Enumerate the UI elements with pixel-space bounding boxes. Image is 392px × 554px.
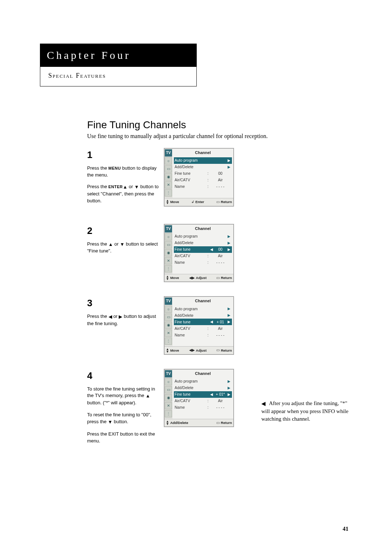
tv-menu-title: Channel [174, 149, 232, 157]
tv-tab-icon: ▭ [165, 314, 172, 321]
tv-menu-row: Fine tune:00 [174, 170, 232, 177]
tv-tab-icon: ◉ [165, 394, 172, 401]
tv-menu-row: Add/Delete▶ [174, 240, 232, 246]
tv-tab-icon: ✕ [165, 181, 172, 189]
tv-menu-title: Channel [174, 370, 232, 378]
tv-menu-footer: ▲▼Move◀▶Adjust▭Return [164, 346, 233, 354]
step-number: 4 [87, 369, 160, 383]
tv-menu-row: Air/CATV:Air [174, 253, 232, 259]
tv-tab-icon: ◉ [165, 173, 172, 181]
tv-menu-row: Auto program▶ [174, 306, 232, 312]
tv-menu-row: Name:- - - - [174, 183, 232, 190]
step-paragraph: Press the ◀ or ▶ button to adjust the fi… [87, 313, 160, 327]
tv-tab-icon: TV [165, 370, 172, 377]
tv-tab-icon: ▭ [165, 386, 172, 393]
tv-menu-row: Auto program▶ [174, 378, 232, 385]
tv-menu-row: Air/CATV:Air [174, 398, 232, 404]
step-paragraph: Press the MENU button to display the men… [87, 165, 160, 179]
tv-menu-footer: ▲▼Add/Delete▭Return [164, 419, 233, 427]
tv-tab-icon: ☼ [165, 233, 172, 240]
side-note: ◀ After you adjust the fine tuning, "*" … [261, 400, 352, 423]
manual-page: Chapter Four Special Features Fine Tunin… [0, 0, 392, 554]
section-title: Fine Tuning Channels [87, 119, 352, 131]
tv-tab-icon: TV [165, 149, 172, 157]
tv-menu-row: Auto program▶ [174, 157, 232, 164]
tv-tab-icon: ▭ [165, 165, 172, 173]
step-paragraph: To reset the fine tuning to "00", press … [87, 412, 160, 426]
chapter-subtitle: Special Features [40, 67, 113, 86]
step-paragraph: Press the ENTER▲ or ▼ button to select "… [87, 183, 160, 205]
tv-tab-icon: ⋮ [165, 265, 172, 272]
tv-tab-icon: TV [165, 225, 172, 232]
page-number: 41 [343, 526, 348, 532]
tv-tab-icon: TV [165, 298, 172, 305]
tv-menu-row: Name:- - - - [174, 259, 232, 266]
step-number: 2 [87, 224, 160, 238]
tv-tab-icon: ☼ [165, 306, 172, 313]
tv-tab-icon: ⋮ [165, 337, 172, 345]
tv-tab-icon: ✕ [165, 257, 172, 264]
step: 3Press the ◀ or ▶ button to adjust the f… [87, 296, 352, 355]
tv-menu: TV☼▭◉✕⋮ChannelAuto program▶Add/Delete▶Fi… [164, 148, 234, 206]
tv-menu-row: Air/CATV:Air [174, 177, 232, 183]
tv-sidebar: TV☼▭◉✕⋮ [164, 297, 172, 346]
tv-tab-icon: ☼ [165, 378, 172, 385]
step-number: 1 [87, 148, 160, 162]
tv-menu-row: Add/Delete▶ [174, 312, 232, 319]
step-paragraph: Press the EXIT button to exit the menu. [87, 431, 160, 445]
tv-tab-icon: ▭ [165, 241, 172, 248]
tv-menu-row: Fine tune◀00▶ [174, 246, 232, 253]
section-description: Use fine tuning to manually adjust a par… [87, 133, 352, 139]
tv-tab-icon: ◉ [165, 249, 172, 256]
tv-menu-row: Name:- - - - [174, 404, 232, 411]
tv-menu-row: Add/Delete▶ [174, 385, 232, 391]
tv-menu-row: Air/CATV:Air [174, 325, 232, 332]
tv-tab-icon: ✕ [165, 402, 172, 409]
tv-menu-title: Channel [174, 298, 232, 306]
tv-menu-row: Fine tune◀+ 01▶ [174, 319, 232, 325]
chapter-title: Chapter Four [40, 44, 196, 66]
tv-menu-row: Fine tune◀+ 01*▶ [174, 391, 232, 398]
tv-menu-row: Auto program▶ [174, 233, 232, 240]
tv-tab-icon: ✕ [165, 329, 172, 337]
tv-sidebar: TV☼▭◉✕⋮ [164, 225, 172, 274]
step: 2Press the ▲ or ▼ button to select "Fine… [87, 224, 352, 282]
tv-tab-icon: ⋮ [165, 410, 172, 417]
chapter-header: Chapter Four [40, 44, 197, 67]
tv-menu-footer: ▲▼Move↲Enter▭Return [164, 198, 233, 206]
tv-menu-row: Add/Delete▶ [174, 164, 232, 170]
side-note-text: After you adjust the fine tuning, "*" wi… [261, 400, 348, 422]
tv-menu-title: Channel [174, 225, 232, 233]
tv-menu-footer: ▲▼Move◀▶Adjust▭Return [164, 274, 233, 282]
tv-tab-icon: ⋮ [165, 189, 172, 197]
step-paragraph: To store the fine tuning setting in the … [87, 386, 160, 407]
tv-tab-icon: ◉ [165, 322, 172, 329]
step-number: 3 [87, 296, 160, 310]
tv-menu: TV☼▭◉✕⋮ChannelAuto program▶Add/Delete▶Fi… [164, 296, 234, 355]
tv-sidebar: TV☼▭◉✕⋮ [164, 369, 172, 419]
tv-tab-icon: ☼ [165, 157, 172, 165]
step-paragraph: Press the ▲ or ▼ button to select "Fine … [87, 241, 160, 255]
tv-menu: TV☼▭◉✕⋮ChannelAuto program▶Add/Delete▶Fi… [164, 224, 234, 282]
tv-sidebar: TV☼▭◉✕⋮ [164, 149, 172, 198]
tv-menu: TV☼▭◉✕⋮ChannelAuto program▶Add/Delete▶Fi… [164, 369, 234, 427]
tv-menu-row: Name:- - - - [174, 332, 232, 338]
back-arrow-icon: ◀ [261, 400, 266, 408]
step: 1Press the MENU button to display the me… [87, 148, 352, 210]
